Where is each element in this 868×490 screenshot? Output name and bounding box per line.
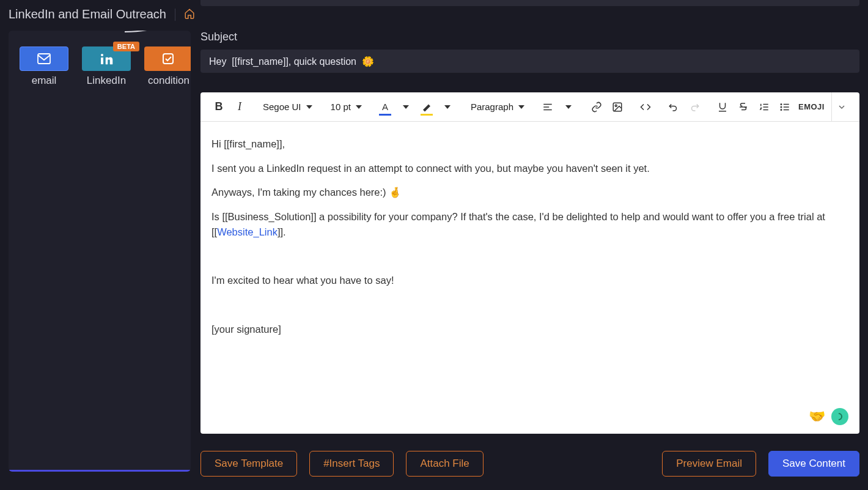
connector-line <box>125 31 191 33</box>
node-condition-label: condition <box>148 75 189 87</box>
node-linkedin-label: LinkedIn <box>87 75 126 87</box>
bold-button[interactable]: B <box>209 96 229 118</box>
chevron-down-icon <box>565 105 572 109</box>
website-link[interactable]: Website_Link <box>217 226 278 237</box>
body-p1: I sent you a LinkedIn request in an atte… <box>211 161 848 177</box>
linkedin-icon <box>99 53 114 65</box>
block-format-select[interactable]: Paragraph <box>466 102 529 112</box>
text-color-button[interactable]: A <box>375 96 395 118</box>
body-p3: Is [[Business_Solution]] a possibility f… <box>211 209 848 240</box>
strikethrough-button[interactable] <box>734 96 753 118</box>
insert-tags-button[interactable]: #Insert Tags <box>309 451 394 477</box>
emoji-button[interactable]: EMOJI <box>796 96 827 118</box>
editor-body[interactable]: Hi [[first_name]], I sent you a LinkedIn… <box>200 122 859 434</box>
block-format-value: Paragraph <box>471 102 513 112</box>
svg-point-18 <box>781 106 782 108</box>
body-p2: Anyways, I'm taking my chances here:) 🤞 <box>211 185 848 201</box>
redo-button[interactable] <box>685 96 704 118</box>
undo-button[interactable] <box>664 96 683 118</box>
svg-point-8 <box>615 105 617 106</box>
node-linkedin[interactable]: BETA LinkedIn <box>82 46 131 87</box>
image-button[interactable] <box>608 96 627 118</box>
svg-rect-0 <box>38 54 50 64</box>
subject-input[interactable] <box>200 50 859 73</box>
font-size-value: 10 pt <box>331 102 351 112</box>
node-email[interactable]: email <box>20 46 68 87</box>
font-size-select[interactable]: 10 pt <box>326 102 367 112</box>
sequence-canvas[interactable]: email BETA LinkedIn condition <box>9 31 191 472</box>
svg-point-17 <box>781 103 782 105</box>
align-button[interactable] <box>538 96 557 118</box>
text-color-dropdown[interactable] <box>396 96 416 118</box>
ordered-list-button[interactable] <box>754 96 774 118</box>
save-content-button[interactable]: Save Content <box>768 451 859 477</box>
svg-rect-2 <box>101 58 103 64</box>
page-title: LinkedIn and Email Outreach <box>9 7 166 21</box>
node-email-label: email <box>32 75 57 87</box>
svg-point-1 <box>101 54 103 56</box>
italic-button[interactable]: I <box>230 96 249 118</box>
node-condition[interactable]: condition <box>144 46 191 87</box>
code-button[interactable] <box>636 96 655 118</box>
divider <box>175 9 175 21</box>
chevron-down-icon <box>444 105 451 109</box>
editor-toolbar: B I Segoe UI 10 pt A Paragraph <box>200 92 859 122</box>
chevron-down-icon <box>356 105 362 109</box>
chevron-down-icon <box>306 105 312 109</box>
align-dropdown[interactable] <box>559 96 578 118</box>
body-greeting: Hi [[first_name]], <box>211 136 848 152</box>
save-template-button[interactable]: Save Template <box>200 451 297 477</box>
body-signature: [your signature] <box>211 322 848 338</box>
beta-badge: BETA <box>113 42 139 51</box>
body-p4: I'm excited to hear what you have to say… <box>211 273 848 289</box>
highlight-button[interactable] <box>417 96 436 118</box>
attach-file-button[interactable]: Attach File <box>406 451 483 477</box>
svg-rect-3 <box>163 54 173 64</box>
underline-button[interactable] <box>713 96 732 118</box>
check-icon <box>161 53 176 65</box>
top-dark-bar <box>200 0 859 6</box>
font-family-value: Segoe UI <box>263 102 301 112</box>
svg-point-19 <box>781 109 782 110</box>
editor-badges: 🤝 <box>809 408 848 425</box>
home-icon[interactable] <box>184 8 195 21</box>
chevron-down-icon <box>518 105 524 109</box>
editor: B I Segoe UI 10 pt A Paragraph <box>200 92 859 434</box>
main-panel: Subject B I Segoe UI 10 pt A <box>200 17 859 481</box>
font-family-select[interactable]: Segoe UI <box>258 102 317 112</box>
link-button[interactable] <box>587 96 606 118</box>
action-bar: Save Template #Insert Tags Attach File P… <box>200 451 859 477</box>
preview-email-button[interactable]: Preview Email <box>662 451 756 477</box>
mail-icon <box>37 53 51 65</box>
status-circle-icon[interactable] <box>831 408 848 425</box>
toolbar-expand[interactable] <box>831 92 851 121</box>
chevron-down-icon <box>403 105 409 109</box>
unordered-list-button[interactable] <box>775 96 795 118</box>
subject-label: Subject <box>200 31 859 43</box>
handshake-icon[interactable]: 🤝 <box>809 409 825 425</box>
highlight-dropdown[interactable] <box>438 96 457 118</box>
